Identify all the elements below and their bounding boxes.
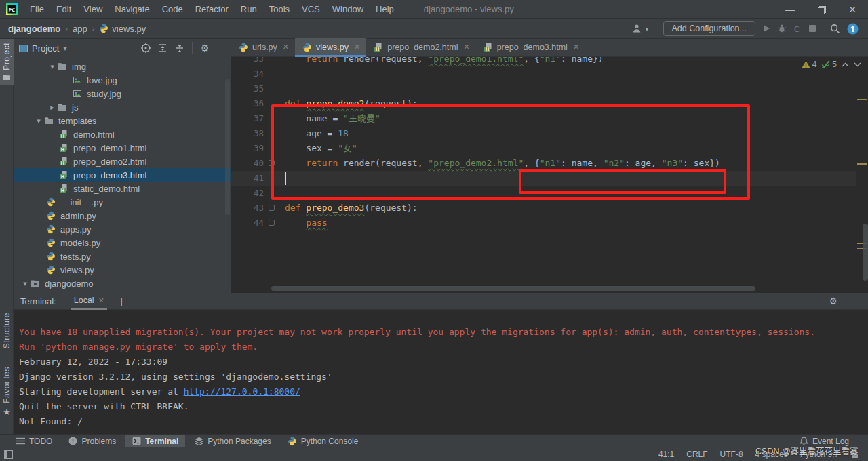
tree-item-js[interactable]: ▸js — [14, 100, 231, 114]
close-icon[interactable]: ✕ — [354, 43, 360, 52]
tree-item-static_demo.html[interactable]: Hstatic_demo.html — [14, 182, 231, 195]
close-icon[interactable]: ✕ — [98, 296, 104, 305]
user-dropdown-arrow[interactable]: ▾ — [645, 25, 648, 33]
tree-item-img[interactable]: ▾img — [14, 60, 231, 73]
breadcrumb-djangodemo[interactable]: djangodemo — [8, 24, 60, 34]
code-line-43[interactable]: def prepo_demo3(request): — [285, 201, 418, 216]
menu-help[interactable]: Help — [370, 2, 399, 16]
warning-marker[interactable] — [857, 99, 867, 100]
menu-vcs[interactable]: VCS — [296, 2, 326, 16]
minimize-button[interactable]: — — [774, 0, 806, 18]
tree-item-tests.py[interactable]: tests.py — [14, 249, 231, 263]
breadcrumb-views.py[interactable]: views.py — [99, 24, 146, 34]
close-icon[interactable]: ✕ — [283, 43, 289, 52]
horizontal-scrollbar[interactable] — [271, 286, 755, 291]
project-view-selector[interactable]: Project ▾ — [19, 43, 67, 54]
menu-window[interactable]: Window — [327, 2, 369, 16]
python-icon — [302, 43, 312, 52]
tool-button-project[interactable]: Project — [0, 39, 14, 85]
line-number: 33 — [231, 57, 264, 66]
close-button[interactable]: ✕ — [837, 0, 868, 18]
tree-item-views.py[interactable]: views.py — [14, 263, 231, 277]
tree-item-prepo_demo3.html[interactable]: Hprepo_demo3.html — [14, 168, 231, 182]
chevron-down-icon[interactable]: ▾ — [20, 279, 31, 288]
menu-navigate[interactable]: Navigate — [109, 2, 155, 16]
editor-tab-views.py[interactable]: views.py✕ — [295, 38, 366, 56]
tool-window-toggle-icon[interactable] — [4, 450, 13, 459]
status-CRLF[interactable]: CRLF — [686, 449, 707, 459]
terminal-output[interactable]: You have 18 unapplied migration(s). Your… — [14, 310, 868, 434]
svg-text:C: C — [794, 25, 800, 33]
python-icon — [99, 24, 108, 33]
project-tree-scrollbar[interactable] — [225, 79, 230, 215]
fold-marker-icon[interactable] — [269, 205, 275, 211]
menu-code[interactable]: Code — [157, 2, 189, 16]
menu-run[interactable]: Run — [235, 2, 262, 16]
tool-button-favorites[interactable]: Favorites ★ — [0, 363, 14, 421]
code-line-44[interactable]: pass — [285, 216, 328, 230]
add-configuration-button[interactable]: Add Configuration... — [663, 21, 756, 36]
pycharm-logo-icon: PC — [6, 3, 18, 15]
tree-item-study.jpg[interactable]: study.jpg — [14, 87, 231, 100]
next-error-icon[interactable] — [854, 62, 861, 67]
prev-error-icon[interactable] — [842, 62, 849, 67]
menu-refactor[interactable]: Refactor — [190, 2, 234, 16]
tool-window-tab-python-packages[interactable]: Python Packages — [188, 435, 277, 448]
editor-tab-prepo_demo3.html[interactable]: Hprepo_demo3.html✕ — [476, 38, 585, 56]
chevron-down-icon[interactable]: ▾ — [47, 62, 58, 71]
menu-edit[interactable]: Edit — [51, 2, 77, 16]
python-icon — [46, 252, 56, 261]
hide-panel-icon[interactable]: — — [216, 43, 225, 54]
user-icon[interactable] — [631, 23, 642, 34]
expand-all-icon[interactable] — [158, 43, 167, 53]
gear-icon[interactable]: ⚙ — [829, 296, 837, 306]
fold-marker-icon[interactable] — [269, 220, 275, 226]
tree-item-prepo_demo2.html[interactable]: Hprepo_demo2.html — [14, 155, 231, 168]
locate-file-icon[interactable] — [141, 43, 151, 53]
hide-panel-icon[interactable]: — — [848, 296, 857, 306]
tree-item-prepo_demo1.html[interactable]: Hprepo_demo1.html — [14, 141, 231, 155]
tree-item-admin.py[interactable]: admin.py — [14, 209, 231, 222]
collapse-all-icon[interactable] — [175, 43, 184, 53]
code-line-33[interactable]: return render(request, "prepo_demo1.html… — [285, 57, 604, 66]
line-number: 42 — [231, 186, 264, 201]
server-url-link[interactable]: http://127.0.0.1:8000/ — [184, 386, 300, 397]
menu-tools[interactable]: Tools — [264, 2, 295, 16]
update-icon[interactable] — [847, 23, 859, 35]
breadcrumb-app[interactable]: app — [73, 24, 87, 34]
tree-item-templates[interactable]: ▾templates — [14, 114, 231, 127]
editor-tab-prepo_demo2.html[interactable]: Hprepo_demo2.html✕ — [366, 38, 475, 56]
status-41-1[interactable]: 41:1 — [658, 449, 674, 459]
tree-item-__init__.py[interactable]: __init__.py — [14, 195, 231, 209]
menu-view[interactable]: View — [78, 2, 108, 16]
vertical-scrollbar[interactable] — [863, 224, 868, 281]
tree-item-djangodemo[interactable]: ▾djangodemo — [14, 277, 231, 290]
close-icon[interactable]: ✕ — [463, 43, 469, 52]
inspection-widget[interactable]: 4 5 — [802, 60, 861, 69]
code-editor[interactable]: 33 return render(request, "prepo_demo1.h… — [231, 57, 868, 293]
terminal-tab-local[interactable]: Local ✕ — [71, 293, 107, 310]
chevron-down-icon[interactable]: ▾ — [33, 117, 44, 125]
warning-marker[interactable] — [857, 163, 867, 165]
package-icon — [31, 279, 40, 287]
tree-item-demo.html[interactable]: Hdemo.html — [14, 127, 231, 141]
tool-window-tab-terminal[interactable]: Terminal — [125, 435, 185, 448]
menu-file[interactable]: File — [24, 2, 50, 16]
status-UTF-8[interactable]: UTF-8 — [720, 449, 743, 459]
search-everywhere-icon[interactable] — [830, 24, 840, 34]
gear-icon[interactable]: ⚙ — [200, 43, 209, 54]
tree-item-love.jpg[interactable]: love.jpg — [14, 73, 231, 87]
close-icon[interactable]: ✕ — [573, 43, 579, 52]
tool-window-tab-python-console[interactable]: Python Console — [281, 435, 366, 448]
editor-tab-urls.py[interactable]: urls.py✕ — [231, 38, 295, 56]
tool-button-structure[interactable]: Structure — [0, 308, 14, 356]
restore-button[interactable] — [806, 0, 837, 18]
svg-text:H: H — [61, 161, 64, 166]
tree-item-apps.py[interactable]: apps.py — [14, 222, 231, 236]
tree-item-models.py[interactable]: models.py — [14, 236, 231, 249]
tool-window-tab-problems[interactable]: Problems — [62, 435, 123, 448]
new-terminal-button[interactable]: ＋ — [117, 294, 127, 308]
tool-window-tab-todo[interactable]: TODO — [9, 435, 59, 448]
chevron-right-icon[interactable]: ▸ — [47, 103, 58, 112]
line-number: 35 — [231, 81, 264, 96]
